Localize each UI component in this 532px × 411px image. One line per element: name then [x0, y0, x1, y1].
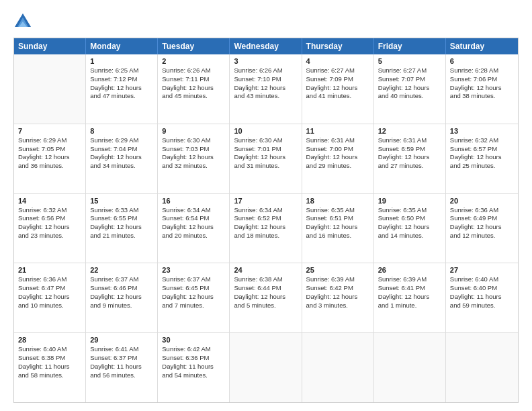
logo: [13, 12, 35, 31]
cell-line: Sunset: 6:41 PM: [378, 284, 441, 293]
cell-line: and 41 minutes.: [306, 92, 369, 101]
cell-line: Sunset: 6:45 PM: [162, 284, 225, 293]
cell-line: Sunset: 6:56 PM: [18, 214, 81, 223]
cell-line: Sunrise: 6:35 AM: [306, 206, 369, 215]
day-number: 16: [162, 197, 225, 205]
day-number: 6: [450, 57, 514, 65]
header-day-thursday: Thursday: [302, 38, 374, 54]
cell-line: Daylight: 11 hours: [90, 363, 153, 371]
calendar-cell-2-4: 10Sunrise: 6:30 AMSunset: 7:01 PMDayligh…: [230, 124, 302, 193]
day-number: 13: [450, 127, 514, 135]
header-day-tuesday: Tuesday: [158, 38, 230, 54]
header-day-saturday: Saturday: [446, 38, 518, 54]
calendar-cell-5-5: [302, 333, 374, 402]
calendar-cell-3-7: 20Sunrise: 6:36 AMSunset: 6:49 PMDayligh…: [446, 194, 518, 263]
page: SundayMondayTuesdayWednesdayThursdayFrid…: [0, 0, 532, 411]
cell-line: Sunset: 6:55 PM: [90, 214, 153, 223]
cell-line: Daylight: 12 hours: [234, 84, 297, 93]
calendar-cell-3-3: 16Sunrise: 6:34 AMSunset: 6:54 PMDayligh…: [158, 194, 230, 263]
day-number: 30: [162, 336, 225, 344]
cell-line: and 38 minutes.: [450, 92, 514, 101]
calendar-cell-5-3: 30Sunrise: 6:42 AMSunset: 6:36 PMDayligh…: [158, 333, 230, 402]
day-number: 5: [378, 57, 441, 65]
day-number: 19: [378, 197, 441, 205]
cell-line: Sunset: 7:04 PM: [90, 145, 153, 154]
cell-line: Sunset: 7:05 PM: [18, 145, 81, 154]
day-number: 18: [306, 197, 369, 205]
cell-line: and 21 minutes.: [90, 232, 153, 240]
cell-line: and 12 minutes.: [450, 232, 514, 240]
cell-line: and 10 minutes.: [18, 302, 81, 310]
cell-line: and 16 minutes.: [306, 232, 369, 240]
cell-line: and 23 minutes.: [18, 232, 81, 240]
cell-line: Daylight: 12 hours: [162, 223, 225, 232]
cell-line: Sunset: 7:10 PM: [234, 75, 297, 84]
cell-line: Sunrise: 6:32 AM: [450, 136, 514, 145]
cell-line: Sunset: 7:12 PM: [90, 75, 153, 84]
cell-line: Sunrise: 6:42 AM: [162, 345, 225, 354]
day-number: 17: [234, 197, 297, 205]
cell-line: Daylight: 12 hours: [306, 153, 369, 162]
cell-line: Daylight: 12 hours: [162, 84, 225, 93]
calendar-cell-5-4: [230, 333, 302, 402]
cell-line: and 7 minutes.: [162, 302, 225, 310]
cell-line: Daylight: 12 hours: [234, 293, 297, 302]
cell-line: and 58 minutes.: [18, 371, 81, 380]
cell-line: Sunrise: 6:37 AM: [90, 275, 153, 284]
cell-line: Sunset: 6:46 PM: [90, 284, 153, 293]
calendar-cell-4-6: 26Sunrise: 6:39 AMSunset: 6:41 PMDayligh…: [374, 263, 446, 332]
day-number: 21: [18, 266, 81, 274]
cell-line: Sunrise: 6:29 AM: [18, 136, 81, 145]
cell-line: and 34 minutes.: [90, 162, 153, 171]
cell-line: Sunrise: 6:28 AM: [450, 66, 514, 75]
cell-line: and 59 minutes.: [450, 302, 514, 310]
cell-line: Daylight: 12 hours: [162, 153, 225, 162]
cell-line: and 54 minutes.: [162, 371, 225, 380]
cell-line: and 56 minutes.: [90, 371, 153, 380]
day-number: 11: [306, 127, 369, 135]
cell-line: Sunrise: 6:32 AM: [18, 206, 81, 215]
cell-line: Sunrise: 6:34 AM: [162, 206, 225, 215]
cell-line: Sunrise: 6:36 AM: [18, 275, 81, 284]
day-number: 8: [90, 127, 153, 135]
day-number: 4: [306, 57, 369, 65]
cell-line: Daylight: 11 hours: [162, 363, 225, 371]
cell-line: and 40 minutes.: [378, 92, 441, 101]
cell-line: Daylight: 12 hours: [378, 293, 441, 302]
cell-line: Daylight: 12 hours: [18, 223, 81, 232]
calendar-cell-4-5: 25Sunrise: 6:39 AMSunset: 6:42 PMDayligh…: [302, 263, 374, 332]
cell-line: Sunrise: 6:31 AM: [378, 136, 441, 145]
cell-line: Sunrise: 6:25 AM: [90, 66, 153, 75]
cell-line: Sunrise: 6:41 AM: [90, 345, 153, 354]
cell-line: Sunset: 7:01 PM: [234, 145, 297, 154]
calendar-cell-2-2: 8Sunrise: 6:29 AMSunset: 7:04 PMDaylight…: [86, 124, 158, 193]
header-day-wednesday: Wednesday: [230, 38, 302, 54]
day-number: 26: [378, 266, 441, 274]
cell-line: Daylight: 12 hours: [90, 293, 153, 302]
cell-line: Daylight: 12 hours: [234, 153, 297, 162]
calendar-cell-4-4: 24Sunrise: 6:38 AMSunset: 6:44 PMDayligh…: [230, 263, 302, 332]
cell-line: Sunset: 6:54 PM: [162, 214, 225, 223]
header: [13, 12, 519, 31]
calendar-cell-5-1: 28Sunrise: 6:40 AMSunset: 6:38 PMDayligh…: [14, 333, 86, 402]
cell-line: Sunrise: 6:31 AM: [306, 136, 369, 145]
cell-line: Daylight: 12 hours: [378, 84, 441, 93]
cell-line: Sunrise: 6:27 AM: [378, 66, 441, 75]
cell-line: Sunset: 6:59 PM: [378, 145, 441, 154]
header-day-friday: Friday: [374, 38, 446, 54]
cell-line: Sunrise: 6:33 AM: [90, 206, 153, 215]
cell-line: Sunset: 6:47 PM: [18, 284, 81, 293]
cell-line: Sunrise: 6:30 AM: [162, 136, 225, 145]
cell-line: Daylight: 12 hours: [90, 223, 153, 232]
cell-line: and 20 minutes.: [162, 232, 225, 240]
calendar-cell-1-3: 2Sunrise: 6:26 AMSunset: 7:11 PMDaylight…: [158, 54, 230, 124]
cell-line: and 47 minutes.: [90, 92, 153, 101]
cell-line: and 18 minutes.: [234, 232, 297, 240]
cell-line: Daylight: 11 hours: [450, 293, 514, 302]
calendar-cell-1-4: 3Sunrise: 6:26 AMSunset: 7:10 PMDaylight…: [230, 54, 302, 124]
calendar-cell-5-7: [446, 333, 518, 402]
calendar-row-3: 14Sunrise: 6:32 AMSunset: 6:56 PMDayligh…: [14, 193, 518, 263]
cell-line: and 29 minutes.: [306, 162, 369, 171]
cell-line: Sunset: 6:44 PM: [234, 284, 297, 293]
calendar-cell-4-1: 21Sunrise: 6:36 AMSunset: 6:47 PMDayligh…: [14, 263, 86, 332]
